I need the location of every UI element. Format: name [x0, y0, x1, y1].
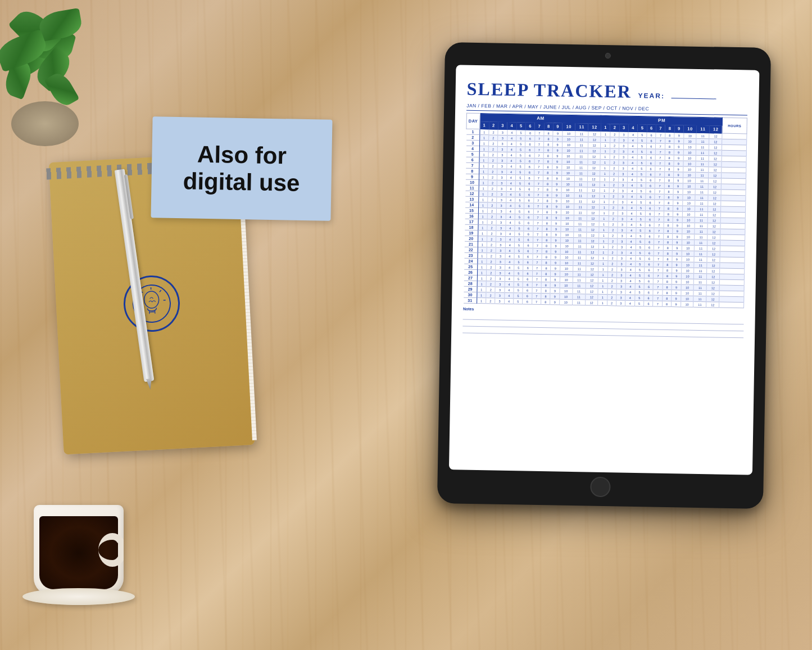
pm-hour-cell: 1 [599, 221, 609, 227]
am-hour-cell: 7 [533, 220, 543, 225]
pm-hour-cell: 8 [663, 239, 673, 245]
day-cell: 24 [464, 258, 478, 264]
pm-hour-cell: 4 [626, 261, 636, 267]
pm-hour-cell: 1 [599, 249, 609, 255]
am-hour-cell: 6 [524, 231, 533, 237]
am-hour-cell: 8 [544, 136, 554, 142]
am-hour-cell: 8 [541, 277, 551, 282]
pm-hour-cell: 5 [637, 188, 646, 193]
pm-hour-cell: 10 [683, 144, 696, 150]
am-hour-cell: 9 [551, 277, 560, 282]
pm-hour-cell: 2 [610, 160, 619, 165]
am-hour-cell: 2 [489, 129, 498, 135]
pm-hour-cell: 7 [654, 284, 663, 290]
pm-hour-cell: 3 [618, 205, 628, 210]
am-hour-cell: 6 [525, 147, 535, 152]
pm-hour-cell: 4 [626, 255, 636, 261]
am-hour-cell: 10 [561, 226, 574, 232]
am-hour-cell: 3 [496, 270, 505, 276]
am-hour-cell: 5 [516, 164, 525, 169]
am-hour-cell: 8 [543, 170, 553, 175]
am-hour-cell: 5 [514, 242, 524, 248]
pm-hour-cell: 9 [674, 150, 683, 155]
pm-hour-cell: 11 [695, 228, 707, 234]
pm-hour-cell: 4 [626, 267, 636, 272]
am-hour-cell: 8 [541, 299, 551, 305]
pm-hour-cell: 11 [695, 206, 708, 211]
pm-hour-cell: 1 [598, 277, 608, 283]
am-hour-cell: 3 [495, 287, 505, 292]
pm-hour-cell: 7 [655, 211, 664, 216]
pm-hour-cell: 2 [610, 137, 619, 143]
am-hour-cell: 3 [496, 231, 506, 236]
pm-hour-cell: 8 [664, 216, 673, 222]
am-hour-cell: 11 [573, 238, 586, 243]
pm-hour-cell: 4 [626, 278, 636, 283]
am-hour-cell: 12 [587, 187, 600, 193]
pm-hour-cell: 8 [663, 250, 673, 256]
am-hour-cell: 10 [559, 299, 572, 305]
am-hour-cell: 12 [586, 249, 599, 255]
am-hour-cell: 9 [551, 265, 560, 271]
am-hour-cell: 2 [487, 236, 497, 242]
pm-hour-cell: 11 [696, 178, 709, 183]
am-hour-cell: 11 [573, 266, 586, 272]
pm-hour-cell: 5 [636, 227, 646, 233]
pm-hour-cell: 7 [654, 267, 663, 273]
pm-hour-cell: 10 [682, 217, 695, 223]
pm-hour-cell: 5 [635, 272, 645, 278]
pm-hour-cell: 4 [627, 205, 637, 210]
pm-hour-cell: 11 [695, 240, 707, 245]
pm-hour-cell: 6 [644, 290, 654, 295]
am-hour-cell: 2 [488, 180, 497, 186]
pm-hour-cell: 5 [635, 295, 645, 300]
pm-hour-cell: 1 [598, 272, 608, 277]
am-hour-cell: 7 [534, 186, 543, 192]
pm-hour-cell: 2 [609, 193, 619, 199]
day-cell: 27 [464, 275, 477, 281]
pm-hour-cell: 11 [693, 290, 706, 296]
pm-hour-cell: 3 [619, 165, 628, 171]
am-hour-cell: 3 [496, 276, 505, 281]
am-hour-cell: 7 [532, 265, 542, 270]
am-hour-cell: 8 [542, 260, 551, 265]
am-hour-cell: 9 [552, 187, 561, 192]
am-hour-cell: 1 [479, 191, 488, 197]
am-hour-cell: 8 [541, 288, 551, 294]
pm-hour-cell: 3 [619, 154, 628, 160]
pm-hour-cell: 3 [616, 278, 626, 283]
am-hour-cell: 1 [479, 180, 488, 186]
am-hour-cell: 1 [479, 135, 489, 141]
pm-hour-cell: 7 [653, 301, 663, 306]
am-hour-cell: 10 [562, 142, 575, 147]
pm-hour-cell: 5 [636, 233, 645, 238]
pm-hour-cell: 7 [654, 261, 663, 267]
pm-hour-cell: 4 [628, 177, 637, 182]
am-hour-cell: 6 [524, 242, 533, 248]
am-hour-cell: 10 [560, 249, 573, 254]
day-cell: 22 [464, 247, 478, 252]
pm-hour-cell: 10 [683, 138, 696, 144]
am-hour-cell: 4 [505, 259, 515, 264]
am-hour-cell: 7 [534, 147, 544, 152]
pm-hour-cell: 6 [645, 256, 654, 261]
pm-hour-cell: 12 [709, 173, 722, 178]
pm-hour-cell: 5 [636, 210, 646, 216]
pm-hour-cell: 4 [628, 154, 638, 160]
pm-hour-cell: 4 [628, 160, 637, 165]
am-hour-cell: 1 [479, 146, 489, 152]
pm-hour-cell: 9 [672, 279, 681, 285]
pm-hour-cell: 3 [619, 160, 628, 165]
pm-hour-cell: 11 [696, 144, 709, 150]
am-hour-cell: 10 [561, 198, 574, 204]
am-hour-cell: 6 [523, 254, 533, 259]
am-hour-cell: 9 [553, 142, 562, 147]
am-hour-cell: 4 [506, 186, 516, 191]
pm-hour-cell: 1 [599, 238, 609, 243]
pm-hour-cell: 2 [607, 267, 617, 272]
am-hour-cell: 6 [523, 265, 533, 270]
pm-hour-cell: 11 [694, 279, 707, 285]
am-hour-cell: 4 [506, 202, 515, 208]
pm-hour-cell: 8 [664, 228, 673, 233]
pm-hour-cell: 7 [656, 143, 665, 149]
